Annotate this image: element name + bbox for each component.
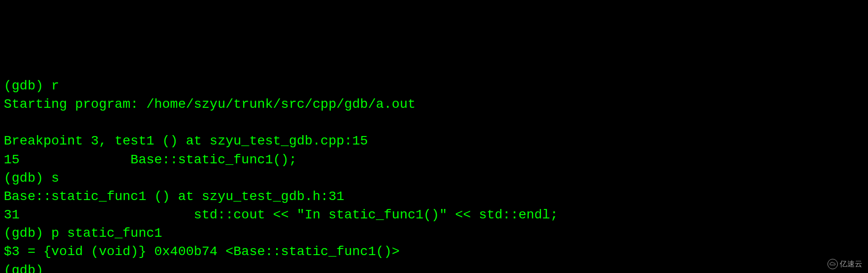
watermark: 亿速云 — [827, 259, 862, 269]
terminal-line — [4, 113, 864, 132]
terminal-line: Breakpoint 3, test1 () at szyu_test_gdb.… — [4, 132, 864, 150]
watermark-icon — [827, 259, 838, 269]
gdb-prompt: (gdb) — [4, 226, 51, 241]
terminal-line: (gdb) r — [4, 77, 864, 95]
terminal-line: Starting program: /home/szyu/trunk/src/c… — [4, 95, 864, 113]
terminal-line: $3 = {void (void)} 0x400b74 <Base::stati… — [4, 242, 864, 261]
watermark-text: 亿速云 — [840, 259, 862, 269]
gdb-prompt: (gdb) — [4, 263, 51, 273]
terminal-line: (gdb) — [4, 261, 864, 273]
terminal-line: Base::static_func1 () at szyu_test_gdb.h… — [4, 187, 864, 206]
user-command: r — [51, 79, 59, 93]
terminal-line: (gdb) s — [4, 169, 864, 187]
terminal-line: 15 Base::static_func1(); — [4, 151, 864, 169]
user-command: p static_func1 — [51, 226, 162, 241]
gdb-prompt: (gdb) — [4, 79, 51, 93]
terminal-output[interactable]: (gdb) rStarting program: /home/szyu/trun… — [4, 77, 864, 273]
user-command: s — [51, 171, 59, 185]
terminal-line: (gdb) p static_func1 — [4, 224, 864, 242]
gdb-prompt: (gdb) — [4, 171, 51, 185]
terminal-line: 31 std::cout << "In static_func1()" << s… — [4, 206, 864, 224]
